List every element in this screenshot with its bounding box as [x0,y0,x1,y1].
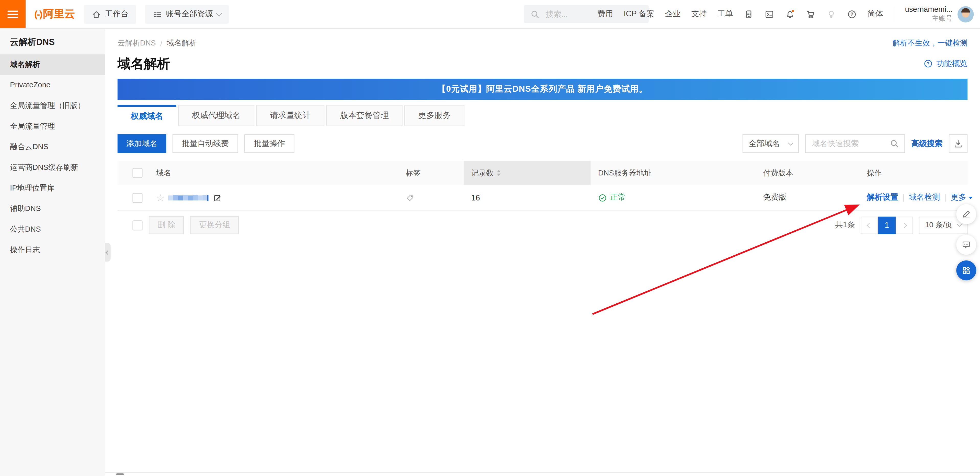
search-icon [530,9,540,19]
sidebar-item-secondary-dns[interactable]: 辅助DNS [0,199,105,219]
promo-banner[interactable]: 【0元试用】阿里云DNS全系列产品 新用户免费试用。 [118,79,967,100]
divider [0,472,980,473]
col-header-dns-servers: DNS服务器地址 [591,168,756,179]
svg-text:APP: APP [746,13,751,15]
caret-down-icon [969,197,973,199]
domain-filter-select[interactable]: 全部域名 [743,134,799,153]
prev-page-button[interactable] [861,216,878,234]
tab-request-statistics[interactable]: 请求量统计 [256,105,325,126]
breadcrumb-root[interactable]: 云解析DNS [118,38,156,49]
add-domain-button[interactable]: 添加域名 [118,134,166,153]
star-icon[interactable]: ☆ [156,193,165,203]
chat-support-button[interactable] [956,235,976,255]
quick-apps-button[interactable] [956,260,976,280]
tab-more-services[interactable]: 更多服务 [404,105,465,126]
app-icon[interactable]: APP [744,9,754,19]
domain-quick-search[interactable] [805,134,905,153]
footer-select-checkbox[interactable] [132,220,142,230]
sidebar-item-operation-log[interactable]: 操作日志 [0,240,105,260]
page-title: 域名解析 [118,55,170,72]
tag-icon[interactable] [406,193,414,202]
account-resources-dropdown[interactable]: 账号全部资源 [145,5,229,23]
apps-grid-icon [961,265,971,275]
export-button[interactable] [949,134,967,153]
col-header-records[interactable]: 记录数 [464,161,590,185]
plan-label: 免费版 [763,192,787,203]
delete-button[interactable]: 删 除 [149,216,184,234]
user-menu[interactable]: usernamemi... 主账号 [905,5,974,23]
help-icon[interactable]: ? [847,9,857,19]
tab-authoritative-proxy-domains[interactable]: 权威代理域名 [178,105,255,126]
masked-domain-name[interactable] [169,192,210,203]
breadcrumb-current: 域名解析 [167,38,197,49]
select-all-checkbox[interactable] [132,168,142,178]
change-group-button[interactable]: 更换分组 [191,216,239,234]
breadcrumb-separator: / [160,39,162,48]
action-more-dropdown[interactable]: 更多 [951,192,966,203]
row-checkbox[interactable] [132,192,142,203]
nav-link-tickets[interactable]: 工单 [718,9,733,19]
username: usernamemi... [905,5,953,14]
sidebar-item-domain-resolution[interactable]: 域名解析 [0,54,105,75]
nav-link-enterprise[interactable]: 企业 [665,9,681,19]
plan-cell: 免费版 [756,192,867,203]
total-count: 共1条 [835,220,855,231]
domain-quick-search-input[interactable] [811,139,887,149]
feature-overview-link[interactable]: ? 功能概览 [923,59,968,69]
bell-icon[interactable] [785,9,795,19]
next-page-button[interactable] [896,216,913,234]
tab-bar: 权威域名 权威代理域名 请求量统计 版本套餐管理 更多服务 [118,105,967,126]
edit-icon[interactable] [213,193,222,202]
bulb-icon[interactable] [826,9,836,19]
cart-icon[interactable] [806,9,816,19]
sort-icon[interactable] [497,170,501,176]
pencil-icon [961,209,971,219]
sidebar-title: 云解析DNS [0,28,105,54]
chevron-down-icon [216,10,222,16]
svg-text:?: ? [927,61,930,67]
tab-authoritative-domains[interactable]: 权威域名 [118,105,177,126]
aliyun-logo-text: 阿里云 [43,7,75,21]
hamburger-menu-button[interactable] [0,0,25,28]
tab-plan-management[interactable]: 版本套餐管理 [326,105,402,126]
download-icon [953,139,963,149]
advanced-search-link[interactable]: 高级搜索 [911,138,942,149]
console-icon[interactable] [764,9,774,19]
batch-operations-button[interactable]: 批量操作 [244,134,294,153]
sidebar-collapse-handle[interactable] [105,243,111,262]
table-header-row: 域名 标签 记录数 DNS服务器地址 付费版本 操作 [118,161,967,185]
sidebar-item-privatezone[interactable]: PrivateZone [0,75,105,95]
status-label: 正常 [610,192,626,203]
nav-link-support[interactable]: 支持 [691,9,707,19]
sidebar-item-public-dns[interactable]: 公共DNS [0,219,105,240]
domain-filter-value: 全部域名 [749,138,780,149]
aliyun-logo[interactable]: (-) 阿里云 [34,7,75,21]
resource-list-icon [152,9,162,19]
horizontal-scrollbar-thumb[interactable] [116,473,124,475]
language-switch[interactable]: 简体 [867,9,883,19]
diagnose-link[interactable]: 解析不生效，一键检测 [892,38,967,49]
sidebar-item-gtm[interactable]: 全局流量管理 [0,116,105,137]
batch-auto-renew-button[interactable]: 批量自动续费 [173,134,238,153]
sidebar-item-hybrid-dns[interactable]: 融合云DNS [0,136,105,157]
sidebar-item-gtm-legacy[interactable]: 全局流量管理（旧版） [0,95,105,116]
page-size-value: 10 条/页 [925,220,953,231]
sidebar-item-isp-cache-refresh[interactable]: 运营商DNS缓存刷新 [0,157,105,178]
workbench-button[interactable]: 工作台 [84,5,136,23]
current-page[interactable]: 1 [878,216,896,234]
feedback-pencil-button[interactable] [956,204,976,224]
top-navbar: (-) 阿里云 工作台 账号全部资源 费用 ICP 备案 企业 支持 工单 AP… [0,0,980,29]
records-cell: 16 [464,193,590,202]
col-header-domain: 域名 [149,168,398,179]
action-dns-settings[interactable]: 解析设置 [867,192,898,203]
chevron-right-icon [902,222,907,228]
avatar[interactable] [958,6,974,22]
action-domain-check[interactable]: 域名检测 [909,192,940,203]
sidebar-item-ip-geo[interactable]: IP地理位置库 [0,178,105,199]
account-resources-label: 账号全部资源 [166,9,213,19]
domain-cell: ☆ [149,192,398,203]
nav-link-icp[interactable]: ICP 备案 [624,9,654,19]
nav-link-billing[interactable]: 费用 [597,9,613,19]
chevron-down-icon [788,140,794,145]
notification-dot [792,10,794,12]
